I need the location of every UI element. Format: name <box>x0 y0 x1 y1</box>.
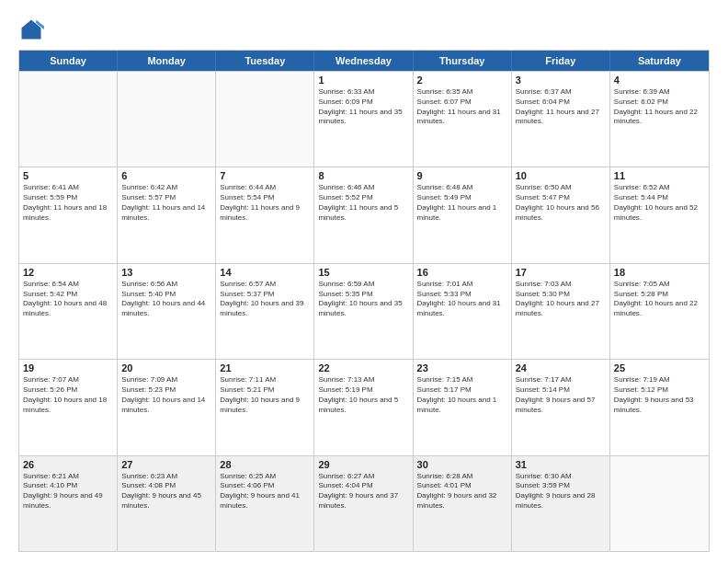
cell-info: Sunrise: 6:21 AM Sunset: 4:10 PM Dayligh… <box>23 472 113 511</box>
cal-cell: 15Sunrise: 6:59 AM Sunset: 5:35 PM Dayli… <box>314 264 413 359</box>
cal-header-tuesday: Tuesday <box>216 51 314 71</box>
cell-info: Sunrise: 6:54 AM Sunset: 5:42 PM Dayligh… <box>23 280 113 319</box>
cal-cell: 13Sunrise: 6:56 AM Sunset: 5:40 PM Dayli… <box>118 264 216 359</box>
calendar-row-4: 26Sunrise: 6:21 AM Sunset: 4:10 PM Dayli… <box>19 455 709 551</box>
cal-cell: 31Sunrise: 6:30 AM Sunset: 3:59 PM Dayli… <box>512 456 610 551</box>
calendar-row-3: 19Sunrise: 7:07 AM Sunset: 5:26 PM Dayli… <box>19 359 709 454</box>
day-number: 28 <box>220 459 310 470</box>
cell-info: Sunrise: 7:13 AM Sunset: 5:19 PM Dayligh… <box>318 375 408 415</box>
cell-info: Sunrise: 6:33 AM Sunset: 6:09 PM Dayligh… <box>318 87 408 127</box>
day-number: 21 <box>220 362 310 373</box>
cell-info: Sunrise: 6:41 AM Sunset: 5:59 PM Dayligh… <box>23 183 113 223</box>
cell-info: Sunrise: 6:56 AM Sunset: 5:40 PM Dayligh… <box>121 280 211 319</box>
day-number: 15 <box>318 267 408 278</box>
cal-cell: 30Sunrise: 6:28 AM Sunset: 4:01 PM Dayli… <box>414 456 512 551</box>
cal-header-friday: Friday <box>512 51 610 71</box>
calendar-header-row: SundayMondayTuesdayWednesdayThursdayFrid… <box>19 51 709 71</box>
page: SundayMondayTuesdayWednesdayThursdayFrid… <box>0 0 728 563</box>
cell-info: Sunrise: 7:09 AM Sunset: 5:23 PM Dayligh… <box>121 375 211 415</box>
calendar-row-0: 1Sunrise: 6:33 AM Sunset: 6:09 PM Daylig… <box>19 71 709 167</box>
cal-cell: 9Sunrise: 6:48 AM Sunset: 5:49 PM Daylig… <box>414 167 512 262</box>
cal-cell: 21Sunrise: 7:11 AM Sunset: 5:21 PM Dayli… <box>216 360 314 454</box>
day-number: 26 <box>23 459 113 470</box>
day-number: 8 <box>318 170 408 181</box>
cal-header-sunday: Sunday <box>19 51 118 71</box>
cell-info: Sunrise: 6:42 AM Sunset: 5:57 PM Dayligh… <box>121 183 211 223</box>
cal-cell: 3Sunrise: 6:37 AM Sunset: 6:04 PM Daylig… <box>512 72 610 167</box>
cell-info: Sunrise: 7:15 AM Sunset: 5:17 PM Dayligh… <box>417 375 507 415</box>
day-number: 4 <box>614 75 705 86</box>
cal-cell: 22Sunrise: 7:13 AM Sunset: 5:19 PM Dayli… <box>314 360 413 454</box>
calendar: SundayMondayTuesdayWednesdayThursdayFrid… <box>18 50 710 552</box>
cal-cell: 19Sunrise: 7:07 AM Sunset: 5:26 PM Dayli… <box>19 360 118 454</box>
cell-info: Sunrise: 6:48 AM Sunset: 5:49 PM Dayligh… <box>417 183 507 223</box>
cal-cell <box>216 72 314 167</box>
cell-info: Sunrise: 6:52 AM Sunset: 5:44 PM Dayligh… <box>614 183 705 223</box>
cal-cell: 23Sunrise: 7:15 AM Sunset: 5:17 PM Dayli… <box>414 360 512 454</box>
cal-cell <box>19 72 118 167</box>
cell-info: Sunrise: 7:03 AM Sunset: 5:30 PM Dayligh… <box>516 280 606 319</box>
cell-info: Sunrise: 6:57 AM Sunset: 5:37 PM Dayligh… <box>220 280 310 319</box>
cal-cell: 1Sunrise: 6:33 AM Sunset: 6:09 PM Daylig… <box>314 72 413 167</box>
day-number: 19 <box>23 362 113 373</box>
day-number: 20 <box>121 362 211 373</box>
cal-cell: 24Sunrise: 7:17 AM Sunset: 5:14 PM Dayli… <box>512 360 610 454</box>
cal-cell: 4Sunrise: 6:39 AM Sunset: 6:02 PM Daylig… <box>610 72 709 167</box>
day-number: 14 <box>220 267 310 278</box>
day-number: 6 <box>121 170 211 181</box>
day-number: 22 <box>318 362 408 373</box>
day-number: 25 <box>614 362 705 373</box>
cal-cell: 5Sunrise: 6:41 AM Sunset: 5:59 PM Daylig… <box>19 167 118 262</box>
calendar-row-1: 5Sunrise: 6:41 AM Sunset: 5:59 PM Daylig… <box>19 167 709 262</box>
cal-cell: 18Sunrise: 7:05 AM Sunset: 5:28 PM Dayli… <box>610 264 709 359</box>
day-number: 1 <box>318 75 408 86</box>
cal-cell <box>610 456 709 551</box>
cal-header-monday: Monday <box>118 51 216 71</box>
cal-cell: 2Sunrise: 6:35 AM Sunset: 6:07 PM Daylig… <box>414 72 512 167</box>
calendar-body: 1Sunrise: 6:33 AM Sunset: 6:09 PM Daylig… <box>19 71 709 551</box>
day-number: 10 <box>516 170 606 181</box>
cell-info: Sunrise: 7:19 AM Sunset: 5:12 PM Dayligh… <box>614 375 705 415</box>
cal-cell: 29Sunrise: 6:27 AM Sunset: 4:04 PM Dayli… <box>314 456 413 551</box>
logo <box>18 17 48 42</box>
cal-cell: 25Sunrise: 7:19 AM Sunset: 5:12 PM Dayli… <box>610 360 709 454</box>
logo-icon <box>18 17 44 42</box>
day-number: 5 <box>23 170 113 181</box>
cell-info: Sunrise: 6:27 AM Sunset: 4:04 PM Dayligh… <box>318 472 408 511</box>
day-number: 27 <box>121 459 211 470</box>
cell-info: Sunrise: 6:50 AM Sunset: 5:47 PM Dayligh… <box>516 183 606 223</box>
cal-cell: 17Sunrise: 7:03 AM Sunset: 5:30 PM Dayli… <box>512 264 610 359</box>
cal-cell: 11Sunrise: 6:52 AM Sunset: 5:44 PM Dayli… <box>610 167 709 262</box>
day-number: 23 <box>417 362 507 373</box>
cell-info: Sunrise: 7:11 AM Sunset: 5:21 PM Dayligh… <box>220 375 310 415</box>
day-number: 16 <box>417 267 507 278</box>
cell-info: Sunrise: 6:23 AM Sunset: 4:08 PM Dayligh… <box>121 472 211 511</box>
cell-info: Sunrise: 6:30 AM Sunset: 3:59 PM Dayligh… <box>516 472 606 511</box>
calendar-row-2: 12Sunrise: 6:54 AM Sunset: 5:42 PM Dayli… <box>19 263 709 359</box>
cell-info: Sunrise: 7:05 AM Sunset: 5:28 PM Dayligh… <box>614 280 705 319</box>
day-number: 18 <box>614 267 705 278</box>
cal-header-thursday: Thursday <box>414 51 512 71</box>
cal-cell: 16Sunrise: 7:01 AM Sunset: 5:33 PM Dayli… <box>414 264 512 359</box>
day-number: 11 <box>614 170 705 181</box>
day-number: 2 <box>417 75 507 86</box>
cal-cell: 14Sunrise: 6:57 AM Sunset: 5:37 PM Dayli… <box>216 264 314 359</box>
cell-info: Sunrise: 6:37 AM Sunset: 6:04 PM Dayligh… <box>516 87 606 127</box>
cal-cell: 10Sunrise: 6:50 AM Sunset: 5:47 PM Dayli… <box>512 167 610 262</box>
cal-cell: 26Sunrise: 6:21 AM Sunset: 4:10 PM Dayli… <box>19 456 118 551</box>
cal-header-saturday: Saturday <box>610 51 709 71</box>
cell-info: Sunrise: 6:28 AM Sunset: 4:01 PM Dayligh… <box>417 472 507 511</box>
cell-info: Sunrise: 7:17 AM Sunset: 5:14 PM Dayligh… <box>516 375 606 415</box>
cell-info: Sunrise: 6:44 AM Sunset: 5:54 PM Dayligh… <box>220 183 310 223</box>
cal-cell: 28Sunrise: 6:25 AM Sunset: 4:06 PM Dayli… <box>216 456 314 551</box>
day-number: 31 <box>516 459 606 470</box>
day-number: 30 <box>417 459 507 470</box>
day-number: 7 <box>220 170 310 181</box>
cal-cell: 27Sunrise: 6:23 AM Sunset: 4:08 PM Dayli… <box>118 456 216 551</box>
cal-cell: 12Sunrise: 6:54 AM Sunset: 5:42 PM Dayli… <box>19 264 118 359</box>
cell-info: Sunrise: 6:35 AM Sunset: 6:07 PM Dayligh… <box>417 87 507 127</box>
day-number: 29 <box>318 459 408 470</box>
cal-cell <box>118 72 216 167</box>
day-number: 12 <box>23 267 113 278</box>
cell-info: Sunrise: 6:59 AM Sunset: 5:35 PM Dayligh… <box>318 280 408 319</box>
